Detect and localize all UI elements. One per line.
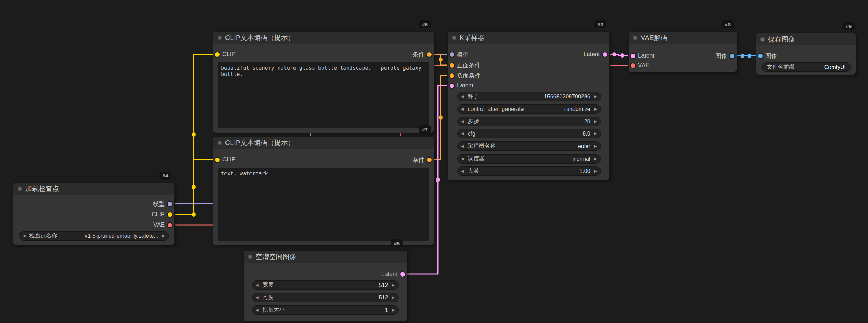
positive-prompt-textarea[interactable]: beautiful scenery nature glass bottle la…: [218, 62, 429, 128]
vae-port-icon[interactable]: [631, 63, 635, 68]
clip-port-icon[interactable]: [215, 158, 220, 162]
image-port-icon[interactable]: [758, 54, 763, 58]
widget-steps[interactable]: ◀ 步骤 20 ▶: [457, 117, 601, 126]
prev-option-icon[interactable]: ◀: [461, 157, 464, 161]
input-slot-vae[interactable]: VAE: [631, 61, 649, 70]
decrement-icon[interactable]: ◀: [461, 132, 464, 136]
output-slot-latent[interactable]: Latent: [381, 270, 405, 278]
collapse-dot-icon[interactable]: [760, 37, 765, 42]
widget-seed[interactable]: ◀ 种子 156680208700286 ▶: [457, 92, 601, 101]
clip-port-icon[interactable]: [215, 52, 220, 57]
input-slot-positive[interactable]: 正面条件: [450, 61, 480, 69]
conditioning-port-icon[interactable]: [450, 73, 454, 78]
increment-icon[interactable]: ▶: [594, 169, 597, 173]
output-slot-image[interactable]: 图像: [715, 52, 734, 60]
next-option-icon[interactable]: ▶: [594, 107, 597, 111]
node-empty-latent-image[interactable]: #5 空潜空间图像 Latent ◀ 宽度 512 ▶ ◀ 高度 512 ▶ ◀…: [244, 251, 407, 321]
widget-cfg[interactable]: ◀ cfg 8.0 ▶: [457, 129, 601, 138]
widget-height[interactable]: ◀ 高度 512 ▶: [252, 293, 399, 302]
node-ksampler[interactable]: #3 K采样器 模型 正面条件 负面条件 Latent Latent ◀ 种子: [448, 32, 609, 180]
increment-icon[interactable]: ▶: [594, 132, 597, 136]
input-slot-negative[interactable]: 负面条件: [450, 71, 480, 80]
node-titlebar[interactable]: 加载检查点: [13, 183, 174, 195]
node-save-image[interactable]: #9 保存图像 图像 文件名前缀 ComfyUI: [756, 33, 856, 75]
node-graph-canvas[interactable]: #4 加载检查点 模型 CLIP VAE ◀ 检查点名称 v1-5-pruned…: [0, 0, 868, 323]
widget-sampler-name[interactable]: ◀ 采样器名称 euler ▶: [457, 141, 601, 151]
input-slot-image[interactable]: 图像: [758, 52, 777, 60]
prev-option-icon[interactable]: ◀: [461, 144, 464, 148]
input-slot-clip[interactable]: CLIP: [215, 156, 236, 164]
next-option-icon[interactable]: ▶: [594, 157, 597, 161]
collapse-dot-icon[interactable]: [248, 255, 252, 259]
decrement-icon[interactable]: ◀: [256, 283, 258, 287]
collapse-dot-icon[interactable]: [218, 141, 222, 145]
prev-option-icon[interactable]: ◀: [461, 107, 464, 111]
node-load-checkpoint[interactable]: #4 加载检查点 模型 CLIP VAE ◀ 检查点名称 v1-5-pruned…: [13, 183, 174, 245]
next-option-icon[interactable]: ▶: [162, 234, 165, 238]
collapse-dot-icon[interactable]: [633, 36, 637, 40]
output-slot-latent[interactable]: Latent: [584, 50, 607, 59]
latent-port-icon[interactable]: [603, 52, 607, 57]
widget-filename-prefix[interactable]: 文件名前缀 ComfyUI: [761, 62, 851, 72]
input-slot-clip[interactable]: CLIP: [215, 50, 236, 59]
widget-value: euler: [578, 143, 590, 149]
increment-icon[interactable]: ▶: [392, 296, 395, 299]
node-titlebar[interactable]: VAE解码: [629, 32, 737, 44]
output-slot-conditioning[interactable]: 条件: [412, 50, 432, 59]
input-slot-latent[interactable]: Latent: [631, 52, 654, 60]
negative-prompt-textarea[interactable]: text, watermark: [218, 168, 429, 241]
decrement-icon[interactable]: ◀: [256, 296, 258, 299]
conditioning-port-icon[interactable]: [427, 52, 432, 57]
node-clip-text-encode-negative[interactable]: #7 CLIP文本编码（提示） CLIP 条件 text, watermark: [213, 137, 434, 245]
widget-checkpoint-name[interactable]: ◀ 检查点名称 v1-5-pruned-emaonly.safete... ▶: [19, 231, 169, 241]
input-slot-latent[interactable]: Latent: [450, 81, 473, 90]
decrement-icon[interactable]: ◀: [256, 308, 258, 312]
widget-control-after-generate[interactable]: ◀ control_after_generate randomize ▶: [457, 104, 601, 114]
collapse-dot-icon[interactable]: [218, 36, 222, 40]
increment-icon[interactable]: ▶: [392, 308, 395, 312]
increment-icon[interactable]: ▶: [392, 283, 395, 287]
image-port-icon[interactable]: [730, 54, 734, 58]
widget-value: 20: [584, 119, 590, 125]
node-vae-decode[interactable]: #8 VAE解码 Latent VAE 图像: [629, 32, 737, 72]
node-clip-text-encode-positive[interactable]: #6 CLIP文本编码（提示） CLIP 条件 beautiful scener…: [213, 32, 434, 133]
widget-scheduler[interactable]: ◀ 调度器 normal ▶: [457, 154, 601, 164]
widget-denoise[interactable]: ◀ 去噪 1.00 ▶: [457, 166, 601, 176]
output-slot-model[interactable]: 模型: [153, 200, 172, 208]
output-slot-vae[interactable]: VAE: [153, 221, 172, 229]
widget-batch-size[interactable]: ◀ 批量大小 1 ▶: [252, 305, 399, 315]
node-titlebar[interactable]: K采样器: [448, 32, 609, 44]
latent-port-icon[interactable]: [631, 54, 635, 58]
node-titlebar[interactable]: CLIP文本编码（提示）: [213, 32, 434, 44]
node-titlebar[interactable]: 保存图像: [756, 33, 856, 45]
collapse-dot-icon[interactable]: [18, 187, 22, 191]
decrement-icon[interactable]: ◀: [461, 169, 464, 173]
node-titlebar[interactable]: CLIP文本编码（提示）: [213, 137, 434, 149]
latent-port-icon[interactable]: [450, 84, 454, 88]
widget-label: 批量大小: [262, 306, 284, 314]
conditioning-port-icon[interactable]: [427, 158, 432, 162]
output-slot-clip[interactable]: CLIP: [152, 210, 172, 219]
model-port-icon[interactable]: [450, 52, 454, 57]
node-title: K采样器: [460, 33, 485, 42]
conditioning-port-icon[interactable]: [450, 63, 454, 68]
increment-icon[interactable]: ▶: [594, 120, 597, 123]
input-slot-model[interactable]: 模型: [450, 50, 469, 59]
model-port-icon[interactable]: [168, 202, 172, 206]
widget-width[interactable]: ◀ 宽度 512 ▶: [252, 280, 399, 290]
decrement-icon[interactable]: ◀: [461, 95, 464, 98]
latent-port-icon[interactable]: [400, 272, 405, 277]
prev-option-icon[interactable]: ◀: [23, 234, 25, 238]
decrement-icon[interactable]: ◀: [461, 120, 464, 123]
node-titlebar[interactable]: 空潜空间图像: [244, 251, 407, 263]
slot-label: 条件: [412, 156, 424, 164]
clip-port-icon[interactable]: [168, 212, 172, 217]
increment-icon[interactable]: ▶: [594, 95, 597, 98]
next-option-icon[interactable]: ▶: [594, 144, 597, 148]
vae-port-icon[interactable]: [168, 223, 172, 227]
widget-value[interactable]: ComfyUI: [824, 64, 846, 70]
node-title: CLIP文本编码（提示）: [225, 33, 295, 42]
output-slot-conditioning[interactable]: 条件: [412, 156, 432, 164]
slot-label: VAE: [638, 62, 649, 69]
collapse-dot-icon[interactable]: [452, 36, 456, 40]
